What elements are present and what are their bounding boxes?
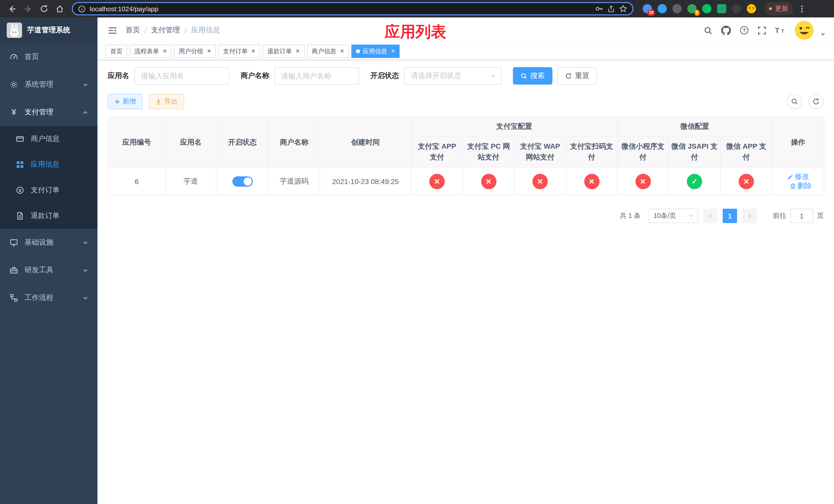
browser-back-button[interactable] bbox=[5, 2, 19, 16]
column-header-alipay-pc: 支付宝 PC 网站支付 bbox=[463, 136, 514, 167]
chevron-up-icon bbox=[83, 110, 88, 115]
order-circle-icon bbox=[15, 186, 25, 194]
password-key-icon[interactable] bbox=[595, 5, 603, 13]
sidebar-item-infrastructure[interactable]: 基础设施 bbox=[0, 229, 97, 256]
edit-button-label: 修改 bbox=[795, 172, 809, 181]
bookmark-star-icon[interactable] bbox=[619, 5, 627, 13]
add-button[interactable]: 新增 bbox=[108, 94, 142, 109]
sidebar-fold-icon[interactable] bbox=[106, 23, 119, 37]
sidebar-logo[interactable]: 芋道管理系统 bbox=[0, 18, 97, 43]
sidebar-item-dev-tools[interactable]: 研发工具 bbox=[0, 256, 97, 284]
search-icon[interactable] bbox=[704, 26, 712, 35]
user-avatar[interactable] bbox=[794, 20, 814, 41]
sidebar-item-payment-order[interactable]: 支付订单 bbox=[0, 177, 97, 203]
browser-update-button[interactable]: 更新 bbox=[764, 2, 793, 15]
wechat-app-status-icon bbox=[739, 174, 754, 189]
extension-icon-2[interactable] bbox=[658, 4, 667, 13]
page-header: 首页 / 支付管理 / 应用信息 应用列表 ? bbox=[97, 18, 834, 43]
app-name-label: 应用名 bbox=[108, 71, 129, 81]
reset-button[interactable]: 重置 bbox=[557, 67, 597, 85]
next-page-button[interactable] bbox=[742, 209, 756, 223]
sidebar-item-app-info[interactable]: 应用信息 bbox=[0, 152, 97, 177]
sidebar-item-home[interactable]: 首页 bbox=[0, 43, 97, 71]
share-icon[interactable] bbox=[607, 5, 615, 13]
browser-forward-button[interactable] bbox=[21, 2, 35, 16]
wechat-mini-status-icon bbox=[635, 174, 651, 189]
status-toggle[interactable] bbox=[232, 176, 253, 186]
extension-icon-7[interactable] bbox=[732, 4, 741, 13]
extension-icon-4[interactable]: 1 bbox=[687, 4, 697, 13]
address-bar[interactable]: localhost:1024/pay/app bbox=[72, 2, 633, 15]
page-size-select[interactable]: 10条/页 bbox=[649, 209, 698, 223]
search-button[interactable]: 搜索 bbox=[513, 67, 552, 85]
user-menu-caret-icon[interactable] bbox=[820, 24, 826, 37]
export-button[interactable]: 导出 bbox=[149, 94, 184, 109]
tab-payment-order[interactable]: 支付订单 bbox=[219, 45, 260, 58]
sidebar-item-payment[interactable]: ¥ 支付管理 bbox=[0, 98, 97, 126]
extension-icon-6[interactable] bbox=[717, 4, 726, 13]
page-unit-label: 页 bbox=[817, 211, 824, 221]
extension-icon-1[interactable]: 10 bbox=[643, 4, 652, 13]
cell-alipay-pc bbox=[463, 167, 514, 195]
logo-avatar bbox=[7, 23, 22, 38]
fullscreen-icon[interactable] bbox=[758, 26, 766, 35]
edit-button[interactable]: 修改 bbox=[787, 172, 809, 181]
sidebar-item-workflow[interactable]: 工作流程 bbox=[0, 284, 97, 312]
browser-menu-icon[interactable] bbox=[799, 3, 805, 14]
show-search-toggle-icon[interactable] bbox=[787, 94, 802, 109]
column-header-created: 创建时间 bbox=[320, 117, 411, 167]
app-name-input[interactable] bbox=[134, 67, 229, 85]
status-select[interactable]: 请选择开启状态 bbox=[404, 67, 502, 85]
breadcrumb-home[interactable]: 首页 bbox=[126, 26, 140, 35]
sidebar-item-system[interactable]: 系统管理 bbox=[0, 71, 97, 98]
extension-icon-8[interactable] bbox=[747, 4, 756, 13]
column-group-wechat: 微信配置 bbox=[617, 117, 772, 136]
browser-reload-button[interactable] bbox=[37, 2, 51, 16]
tab-process-form[interactable]: 流程表单 bbox=[130, 45, 172, 58]
tab-close-icon[interactable] bbox=[340, 49, 344, 54]
prev-page-button[interactable] bbox=[703, 209, 718, 223]
sidebar-item-label: 工作流程 bbox=[25, 293, 53, 302]
yen-icon: ¥ bbox=[9, 108, 19, 116]
table-toolbar: 新增 导出 bbox=[108, 94, 824, 109]
merchant-name-input-field[interactable] bbox=[281, 72, 352, 80]
refresh-table-icon[interactable] bbox=[808, 94, 824, 109]
site-info-icon[interactable] bbox=[78, 5, 86, 13]
sidebar-item-refund-order[interactable]: 退款订单 bbox=[0, 203, 97, 229]
tab-home[interactable]: 首页 bbox=[106, 45, 127, 58]
tab-user-group[interactable]: 用户分组 bbox=[174, 45, 216, 58]
cell-app-id: 6 bbox=[108, 167, 166, 195]
main-area: 首页 / 支付管理 / 应用信息 应用列表 ? bbox=[97, 18, 834, 504]
tab-app-info[interactable]: 应用信息 bbox=[351, 45, 400, 58]
tab-close-icon[interactable] bbox=[162, 49, 167, 54]
search-form: 应用名 商户名称 开启状态 请选择开启状态 bbox=[108, 67, 824, 85]
extension-icon-3[interactable] bbox=[673, 4, 682, 13]
tab-refund-order[interactable]: 退款订单 bbox=[263, 45, 304, 58]
merchant-name-input[interactable] bbox=[275, 67, 359, 85]
help-icon[interactable]: ? bbox=[740, 26, 749, 35]
chevron-down-icon bbox=[83, 82, 88, 87]
github-icon[interactable] bbox=[721, 25, 731, 35]
sidebar-item-label: 研发工具 bbox=[25, 266, 53, 275]
tab-merchant-info[interactable]: 商户信息 bbox=[307, 45, 349, 58]
app-name-input-field[interactable] bbox=[141, 72, 223, 80]
page-number-button[interactable]: 1 bbox=[723, 209, 737, 223]
goto-page-input[interactable] bbox=[790, 209, 813, 223]
tab-close-icon[interactable] bbox=[207, 49, 211, 54]
apps-table: 应用编号 应用名 开启状态 商户名称 创建时间 支付宝配置 微信配置 操作 支付… bbox=[108, 116, 824, 196]
pagination-total: 共 1 条 bbox=[620, 211, 641, 221]
monitor-icon bbox=[9, 238, 19, 247]
delete-button[interactable]: 删除 bbox=[790, 181, 812, 190]
browser-home-button[interactable] bbox=[53, 2, 67, 16]
tab-close-icon[interactable] bbox=[295, 49, 300, 54]
column-header-actions: 操作 bbox=[772, 117, 824, 167]
font-size-icon[interactable]: TT bbox=[775, 26, 785, 35]
wechat-jsapi-status-icon bbox=[687, 174, 702, 189]
tab-close-icon[interactable] bbox=[251, 49, 256, 54]
sidebar-item-label: 基础设施 bbox=[25, 238, 53, 247]
tab-close-icon[interactable] bbox=[391, 49, 395, 54]
delete-button-label: 删除 bbox=[797, 181, 812, 190]
sidebar-item-merchant-info[interactable]: 商户信息 bbox=[0, 126, 97, 152]
extension-icon-5[interactable] bbox=[702, 4, 711, 13]
breadcrumb: 首页 / 支付管理 / 应用信息 bbox=[126, 26, 220, 35]
